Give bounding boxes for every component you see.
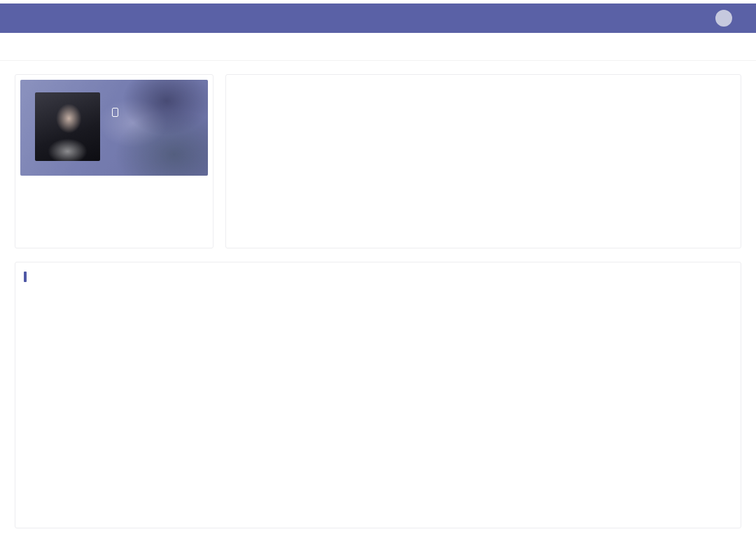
profile-card: [15, 74, 214, 248]
profile-phone: [112, 108, 122, 117]
core-metrics-card: [15, 262, 741, 528]
breadcrumb: [0, 33, 756, 61]
page: [0, 0, 756, 534]
user-avatar[interactable]: [715, 10, 732, 27]
line-chart[interactable]: [24, 292, 742, 402]
navbar: [0, 3, 756, 33]
phone-icon: [112, 108, 118, 117]
gears-widget-icon[interactable]: [706, 501, 732, 525]
linked-accounts-row: [20, 176, 208, 192]
profile-banner-info: [112, 97, 122, 127]
detail-card: [225, 74, 741, 248]
top-row: [15, 74, 741, 248]
trend-chart: [24, 292, 729, 405]
settings-gear-icon[interactable]: [696, 12, 708, 24]
profile-stats-row: [20, 192, 208, 198]
navbar-right: [696, 10, 739, 27]
profile-photo: [35, 92, 100, 161]
profile-banner-image: [20, 80, 208, 176]
title-accent-bar: [24, 272, 27, 282]
content: [0, 61, 756, 528]
metrics-title-row: [24, 272, 729, 282]
